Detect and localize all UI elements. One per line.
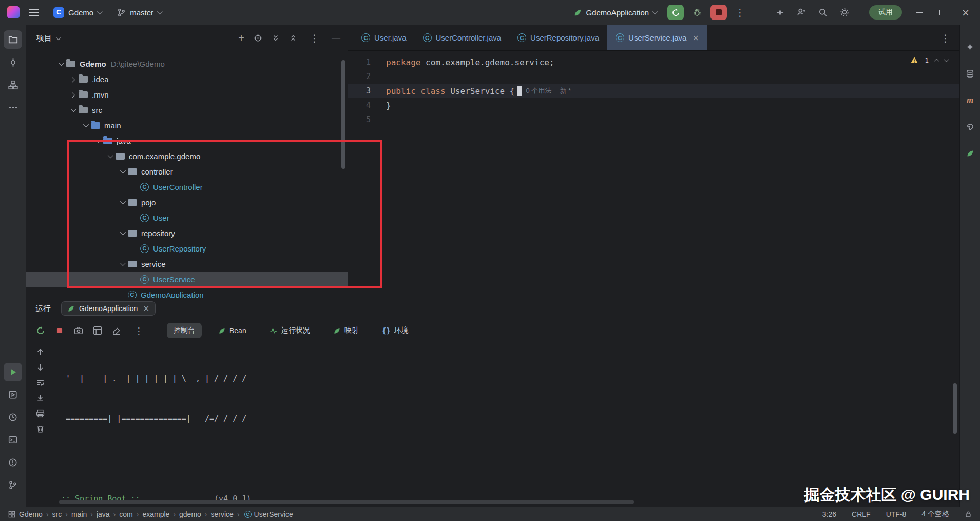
- rerun-button[interactable]: [667, 5, 684, 20]
- breadcrumb-item[interactable]: java: [97, 510, 110, 518]
- database-tool-button[interactable]: [961, 64, 979, 83]
- structure-tool-button[interactable]: [4, 75, 22, 94]
- locate-file-icon[interactable]: [254, 34, 262, 43]
- console-vertical-scrollbar[interactable]: [953, 383, 957, 434]
- more-tool-windows-button[interactable]: [4, 98, 22, 117]
- inspection-widget[interactable]: 1: [910, 56, 948, 64]
- breadcrumb-item[interactable]: com: [119, 510, 132, 518]
- view-environment-button[interactable]: {} 环境: [375, 323, 415, 338]
- project-selector[interactable]: C Gdemo: [48, 5, 107, 21]
- endpoints-tool-button[interactable]: [961, 144, 979, 163]
- debug-button[interactable]: [689, 5, 705, 20]
- more-actions-button[interactable]: ⋮: [732, 7, 748, 18]
- tree-item-idea[interactable]: .idea: [26, 71, 348, 87]
- thread-dump-icon[interactable]: [74, 326, 83, 335]
- tree-item-usercontroller[interactable]: C UserController: [26, 179, 348, 195]
- soft-wrap-icon[interactable]: [36, 378, 45, 387]
- chevron-down-icon[interactable]: [117, 195, 128, 210]
- gradle-tool-button[interactable]: [961, 118, 979, 136]
- stop-icon[interactable]: [55, 326, 64, 335]
- run-config-selector[interactable]: GdemoApplication: [568, 6, 663, 20]
- breadcrumb-item[interactable]: Gdemo: [19, 510, 43, 518]
- indent-indicator[interactable]: 4 个空格: [921, 510, 949, 519]
- scroll-to-end-icon[interactable]: [36, 394, 45, 402]
- commit-tool-button[interactable]: [4, 53, 22, 71]
- tab-userservice-java[interactable]: C UserService.java ×: [607, 25, 707, 50]
- breadcrumb-item[interactable]: UserService: [254, 510, 293, 518]
- expand-all-icon[interactable]: [272, 34, 280, 42]
- window-maximize-button[interactable]: [939, 10, 945, 15]
- tree-item-mvn[interactable]: .mvn: [26, 87, 348, 102]
- tree-item-controller[interactable]: controller: [26, 164, 348, 179]
- window-close-button[interactable]: ×: [962, 8, 970, 17]
- print-icon[interactable]: [36, 409, 45, 418]
- restore-layout-icon[interactable]: [93, 326, 102, 335]
- trial-button[interactable]: 试用: [869, 5, 902, 20]
- tab-usercontroller-java[interactable]: C UserController.java: [415, 25, 510, 50]
- breadcrumb-item[interactable]: example: [142, 510, 169, 518]
- rerun-icon[interactable]: [36, 326, 45, 335]
- project-scrollbar[interactable]: [341, 60, 345, 169]
- view-console-button[interactable]: 控制台: [167, 323, 202, 338]
- problems-tool-button[interactable]: [4, 453, 22, 472]
- tab-userrepository-java[interactable]: C UserRepository.java: [509, 25, 607, 50]
- maven-tool-button[interactable]: m: [961, 91, 979, 109]
- main-menu-button[interactable]: [29, 9, 39, 16]
- close-icon[interactable]: ×: [692, 33, 699, 43]
- chevron-down-icon[interactable]: [104, 148, 116, 164]
- console-output[interactable]: ' |____| .__|_| |_|_| |_\__, | / / / / =…: [54, 342, 959, 507]
- tab-options-button[interactable]: ⋮: [940, 32, 950, 44]
- project-tool-button[interactable]: [4, 30, 22, 49]
- run-tab-gdemoapplication[interactable]: GdemoApplication ×: [61, 301, 156, 316]
- ai-assistant-tool-button[interactable]: [961, 37, 979, 56]
- version-control-tool-button[interactable]: [4, 476, 22, 494]
- tree-item-root[interactable]: Gdemo D:\gitee\Gdemo: [26, 56, 348, 71]
- services-tool-button[interactable]: [4, 385, 22, 404]
- more-options-button[interactable]: ⋮: [131, 325, 147, 336]
- run-tool-button[interactable]: [4, 363, 22, 381]
- tree-item-service[interactable]: service: [26, 256, 348, 272]
- chevron-down-icon[interactable]: [55, 56, 66, 71]
- encoding-indicator[interactable]: UTF-8: [886, 510, 907, 518]
- breadcrumb-item[interactable]: gdemo: [179, 510, 201, 518]
- caret-position[interactable]: 3:26: [822, 510, 836, 518]
- tree-item-src[interactable]: src: [26, 102, 348, 118]
- tree-item-java[interactable]: java: [26, 133, 348, 148]
- vcs-inlay-hint[interactable]: 新 *: [560, 86, 571, 95]
- breadcrumb-item[interactable]: service: [211, 510, 234, 518]
- clear-console-icon[interactable]: [112, 326, 121, 335]
- add-button[interactable]: +: [238, 33, 244, 43]
- collapse-all-icon[interactable]: [289, 34, 297, 42]
- view-bean-button[interactable]: Bean: [212, 323, 253, 338]
- profiler-tool-button[interactable]: [4, 408, 22, 427]
- prev-problem-icon[interactable]: [934, 58, 939, 63]
- hide-panel-button[interactable]: —: [332, 33, 340, 43]
- usages-inlay-hint[interactable]: 0 个用法: [526, 86, 551, 95]
- tree-item-user[interactable]: C User: [26, 210, 348, 225]
- branch-selector[interactable]: master: [112, 6, 167, 20]
- code-with-me-button[interactable]: [793, 5, 810, 20]
- stop-button[interactable]: [710, 5, 727, 20]
- console-horizontal-scrollbar[interactable]: [59, 500, 634, 504]
- breadcrumb-item[interactable]: main: [71, 510, 87, 518]
- tree-item-pojo[interactable]: pojo: [26, 195, 348, 210]
- view-mappings-button[interactable]: 映射: [326, 323, 366, 338]
- tree-item-repository[interactable]: repository: [26, 225, 348, 241]
- ai-assistant-button[interactable]: [772, 5, 788, 20]
- chevron-down-icon[interactable]: [92, 133, 103, 148]
- panel-options-button[interactable]: ⋮: [306, 32, 322, 44]
- chevron-down-icon[interactable]: [117, 256, 128, 272]
- trash-icon[interactable]: [36, 424, 45, 433]
- tree-item-userrepository[interactable]: C UserRepository: [26, 241, 348, 256]
- next-problem-icon[interactable]: [944, 57, 949, 62]
- tree-item-gdemoapplication[interactable]: C GdemoApplication: [26, 287, 348, 298]
- arrow-down-icon[interactable]: [36, 363, 45, 372]
- tab-user-java[interactable]: C User.java: [353, 25, 415, 50]
- tree-item-package[interactable]: com.example.gdemo: [26, 148, 348, 164]
- breadcrumb-item[interactable]: src: [52, 510, 62, 518]
- search-everywhere-button[interactable]: [815, 5, 831, 20]
- chevron-right-icon[interactable]: [67, 87, 79, 102]
- chevron-down-icon[interactable]: [117, 164, 128, 179]
- chevron-down-icon[interactable]: [55, 34, 61, 40]
- chevron-right-icon[interactable]: [67, 71, 79, 87]
